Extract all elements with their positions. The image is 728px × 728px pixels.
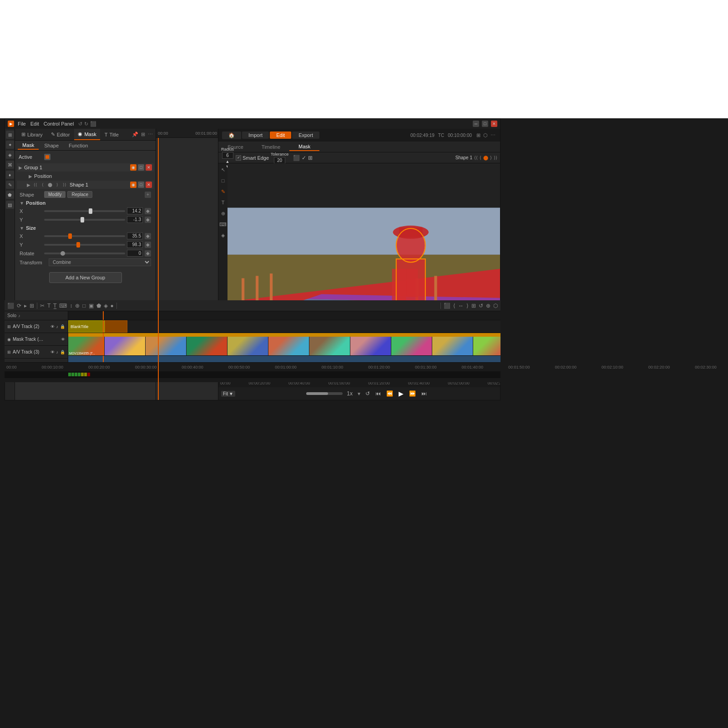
mask-icon-3[interactable]: ⊞ (308, 155, 313, 161)
mask-icon-1[interactable]: ⬛ (293, 155, 300, 161)
warp-tool-icon[interactable]: ⌨ (218, 220, 228, 229)
tt-icon-7[interactable]: ⊕ (75, 303, 80, 309)
tt-icon-r8[interactable]: ⬡ (493, 303, 498, 309)
size-y-track[interactable] (44, 244, 125, 246)
shape1-dot[interactable]: ⬤ (47, 182, 53, 188)
replace-btn[interactable]: Replace (67, 191, 92, 198)
radius-spinner-up[interactable]: ▲ (226, 159, 230, 164)
tt-scissors[interactable]: ✂ (40, 303, 45, 309)
size-x-input[interactable] (127, 233, 143, 239)
group1-lock-btn[interactable]: □ (138, 164, 144, 171)
shape-nav-next[interactable]: ⟩ (490, 155, 492, 160)
menu-control-panel[interactable]: Control Panel (44, 121, 74, 127)
y-slider-track[interactable] (44, 219, 125, 221)
x-add-keyframe[interactable]: ◆ (145, 208, 151, 214)
export-btn[interactable]: Export (292, 131, 319, 139)
next-frame-btn[interactable]: ⏩ (408, 390, 417, 397)
pen-tool-icon[interactable]: ✎ (218, 187, 228, 196)
sidebar-icon-4[interactable]: ⌘ (6, 161, 14, 169)
edit-btn[interactable]: Edit (270, 131, 291, 139)
shape1-next[interactable]: ⟩ (54, 182, 61, 188)
rotate-keyframe[interactable]: ◆ (145, 250, 151, 257)
tt-icon-9[interactable]: ▣ (89, 303, 94, 309)
x-slider-track[interactable] (44, 210, 125, 212)
minimize-btn[interactable]: ─ (473, 121, 479, 127)
tt-trim[interactable]: T (47, 303, 51, 309)
shape1-vis-btn[interactable]: ◉ (130, 182, 136, 188)
size-x-track[interactable] (44, 235, 125, 237)
shape1-prev-prev[interactable]: ⟨⟨ (32, 182, 39, 188)
x-value-input[interactable] (127, 207, 143, 214)
pin-icon[interactable]: 📌 (132, 131, 138, 137)
progress-bar[interactable] (306, 392, 343, 395)
tab-mask[interactable]: ◉ Mask (74, 129, 100, 140)
tt-icon-r6[interactable]: ↺ (479, 303, 483, 309)
prev-frame-btn[interactable]: ⏪ (385, 390, 394, 397)
menu-edit[interactable]: Edit (30, 121, 39, 127)
smart-edge-checkbox[interactable]: ✓ Smart Edge (236, 155, 269, 161)
mask-eye[interactable]: 👁 (61, 337, 65, 342)
sidebar-icon-2[interactable]: ✦ (6, 141, 14, 149)
shape-nav-prev[interactable]: ⟨ (480, 155, 481, 160)
sub-tab-mask[interactable]: Mask (18, 142, 39, 150)
av3-eye[interactable]: 👁 (51, 350, 55, 354)
shape-nav-record[interactable]: ⬤ (483, 155, 488, 160)
expand-icon[interactable]: ⊞ (141, 131, 145, 137)
solo-icon[interactable]: ♪ (18, 313, 20, 318)
play-btn[interactable]: ▶ (397, 390, 405, 397)
shape1-lock-btn[interactable]: □ (138, 182, 144, 188)
av3-lock[interactable]: 🔒 (60, 350, 65, 354)
shape-nav-prev-prev[interactable]: ⟨⟨ (474, 155, 478, 160)
rect-tool-icon[interactable]: □ (218, 176, 228, 185)
rotate-track[interactable] (44, 253, 125, 254)
position-arrow[interactable]: ▶ (29, 174, 32, 179)
sidebar-icon-3[interactable]: ◈ (6, 151, 14, 159)
tt-icon-6[interactable]: ↕ (70, 303, 72, 309)
size-section-arrow[interactable]: ▼ (20, 226, 24, 231)
tab-editor[interactable]: ✎ Editor (47, 129, 74, 140)
close-btn[interactable]: ✕ (491, 121, 497, 127)
sidebar-icon-1[interactable]: ⊞ (6, 131, 14, 139)
tt-icon-r5[interactable]: ⊞ (471, 303, 476, 309)
smart-edge-cb[interactable]: ✓ (236, 155, 241, 161)
sidebar-icon-5[interactable]: ♦ (6, 171, 14, 179)
shape-nav-next-next[interactable]: ⟩⟩ (494, 155, 497, 160)
speed-indicator[interactable]: 1x (345, 390, 354, 397)
radius-input[interactable] (222, 152, 233, 159)
group1-delete-btn[interactable]: ✕ (146, 164, 152, 171)
modify-btn[interactable]: Modify (44, 191, 66, 198)
home-btn[interactable]: 🏠 (222, 131, 241, 139)
rotate-input[interactable] (127, 250, 143, 257)
av2-audio[interactable]: ♪ (56, 324, 59, 329)
fit-dropdown[interactable]: Fit▼ (221, 391, 235, 397)
nav-icon-2[interactable]: ⬡ (483, 132, 488, 138)
maximize-btn[interactable]: □ (482, 121, 488, 127)
tab-title[interactable]: T Title (101, 129, 122, 140)
av2-lock[interactable]: 🔒 (60, 324, 65, 329)
tolerance-input[interactable] (274, 157, 285, 164)
group1-eye-btn[interactable]: ◉ (130, 164, 136, 171)
av3-audio[interactable]: ♪ (56, 350, 59, 354)
shape1-next-next[interactable]: ⟩⟩ (61, 182, 68, 188)
mask-brush-icon[interactable]: ◈ (218, 231, 228, 240)
tt-icon-8[interactable]: □ (82, 303, 86, 309)
tt-icon-4[interactable]: ⊞ (30, 303, 34, 309)
add-group-btn[interactable]: Add a New Group (49, 272, 122, 283)
text-tool-icon[interactable]: T (218, 198, 228, 207)
nav-icon-3[interactable]: ⋯ (490, 132, 495, 138)
tt-icon-12[interactable]: ● (111, 303, 114, 309)
y-value-input[interactable] (127, 216, 143, 223)
nav-icon-1[interactable]: ⊞ (476, 132, 480, 138)
sidebar-icon-6[interactable]: ✎ (6, 181, 14, 189)
menu-file[interactable]: File (18, 121, 26, 127)
tt-icon-r7[interactable]: ⊕ (486, 303, 490, 309)
size-y-input[interactable] (127, 241, 143, 248)
shape1-delete-btn[interactable]: ✕ (146, 182, 152, 188)
transform-tool-icon[interactable]: ⊕ (218, 209, 228, 218)
loop-btn[interactable]: ↺ (364, 390, 371, 397)
mask-icon-2[interactable]: ✓ (302, 155, 306, 161)
more-icon[interactable]: ⋯ (148, 131, 153, 137)
sub-tab-shape[interactable]: Shape (40, 142, 63, 149)
viewer-tab-timeline[interactable]: Timeline (253, 143, 289, 151)
sidebar-icon-7[interactable]: ⬟ (6, 191, 14, 199)
